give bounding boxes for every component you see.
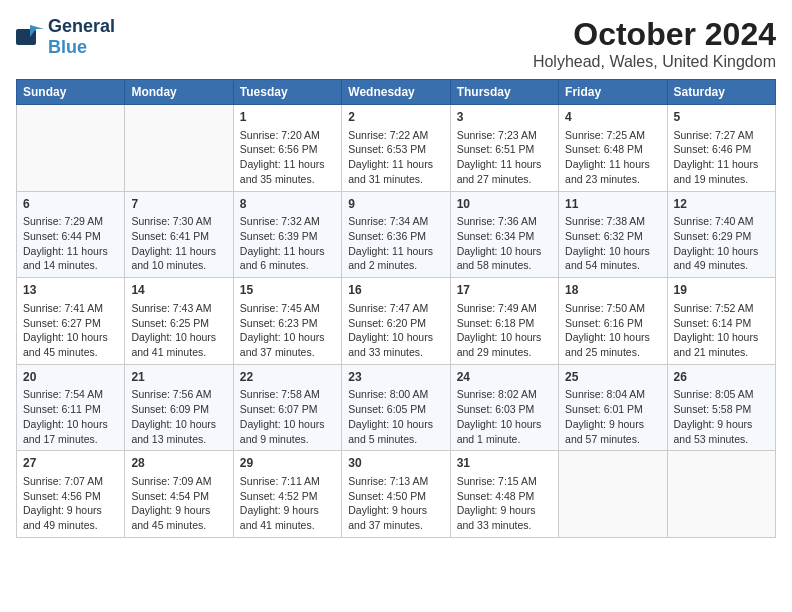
weekday-header: Sunday bbox=[17, 80, 125, 105]
day-info: Sunset: 6:01 PM bbox=[565, 402, 660, 417]
day-info: Sunrise: 7:23 AM bbox=[457, 128, 552, 143]
day-info: Daylight: 10 hours and 9 minutes. bbox=[240, 417, 335, 446]
day-info: Daylight: 10 hours and 41 minutes. bbox=[131, 330, 226, 359]
weekday-header: Tuesday bbox=[233, 80, 341, 105]
day-info: Daylight: 10 hours and 17 minutes. bbox=[23, 417, 118, 446]
day-info: Sunset: 6:46 PM bbox=[674, 142, 769, 157]
day-info: Daylight: 11 hours and 2 minutes. bbox=[348, 244, 443, 273]
day-info: Sunset: 6:03 PM bbox=[457, 402, 552, 417]
day-number: 14 bbox=[131, 282, 226, 299]
day-info: Sunrise: 8:04 AM bbox=[565, 387, 660, 402]
day-info: Sunset: 6:14 PM bbox=[674, 316, 769, 331]
day-number: 16 bbox=[348, 282, 443, 299]
day-info: Sunrise: 7:56 AM bbox=[131, 387, 226, 402]
day-info: Daylight: 9 hours and 33 minutes. bbox=[457, 503, 552, 532]
location-title: Holyhead, Wales, United Kingdom bbox=[533, 53, 776, 71]
day-info: Sunset: 6:39 PM bbox=[240, 229, 335, 244]
day-number: 11 bbox=[565, 196, 660, 213]
day-info: Daylight: 9 hours and 41 minutes. bbox=[240, 503, 335, 532]
day-number: 26 bbox=[674, 369, 769, 386]
day-number: 23 bbox=[348, 369, 443, 386]
day-info: Sunrise: 7:11 AM bbox=[240, 474, 335, 489]
day-info: Daylight: 11 hours and 14 minutes. bbox=[23, 244, 118, 273]
day-info: Sunrise: 7:30 AM bbox=[131, 214, 226, 229]
calendar-cell: 4Sunrise: 7:25 AMSunset: 6:48 PMDaylight… bbox=[559, 105, 667, 192]
day-info: Sunrise: 7:36 AM bbox=[457, 214, 552, 229]
calendar-week-row: 6Sunrise: 7:29 AMSunset: 6:44 PMDaylight… bbox=[17, 191, 776, 278]
day-info: Sunrise: 7:34 AM bbox=[348, 214, 443, 229]
day-info: Daylight: 11 hours and 31 minutes. bbox=[348, 157, 443, 186]
day-info: Sunrise: 7:43 AM bbox=[131, 301, 226, 316]
day-number: 19 bbox=[674, 282, 769, 299]
day-info: Sunset: 4:48 PM bbox=[457, 489, 552, 504]
day-info: Daylight: 10 hours and 33 minutes. bbox=[348, 330, 443, 359]
day-info: Daylight: 11 hours and 23 minutes. bbox=[565, 157, 660, 186]
day-info: Sunset: 6:53 PM bbox=[348, 142, 443, 157]
day-number: 18 bbox=[565, 282, 660, 299]
day-info: Sunset: 6:32 PM bbox=[565, 229, 660, 244]
day-info: Sunset: 4:52 PM bbox=[240, 489, 335, 504]
day-info: Sunrise: 7:54 AM bbox=[23, 387, 118, 402]
calendar-cell: 8Sunrise: 7:32 AMSunset: 6:39 PMDaylight… bbox=[233, 191, 341, 278]
day-number: 9 bbox=[348, 196, 443, 213]
logo-general: General bbox=[48, 16, 115, 37]
day-number: 15 bbox=[240, 282, 335, 299]
day-info: Sunset: 6:48 PM bbox=[565, 142, 660, 157]
weekday-header: Monday bbox=[125, 80, 233, 105]
calendar-cell: 5Sunrise: 7:27 AMSunset: 6:46 PMDaylight… bbox=[667, 105, 775, 192]
day-info: Sunrise: 8:00 AM bbox=[348, 387, 443, 402]
day-info: Daylight: 10 hours and 29 minutes. bbox=[457, 330, 552, 359]
day-info: Sunset: 6:36 PM bbox=[348, 229, 443, 244]
day-info: Daylight: 10 hours and 5 minutes. bbox=[348, 417, 443, 446]
calendar-body: 1Sunrise: 7:20 AMSunset: 6:56 PMDaylight… bbox=[17, 105, 776, 538]
day-info: Sunrise: 7:25 AM bbox=[565, 128, 660, 143]
calendar-cell: 9Sunrise: 7:34 AMSunset: 6:36 PMDaylight… bbox=[342, 191, 450, 278]
day-info: Daylight: 10 hours and 45 minutes. bbox=[23, 330, 118, 359]
calendar-cell: 27Sunrise: 7:07 AMSunset: 4:56 PMDayligh… bbox=[17, 451, 125, 538]
logo: General Blue bbox=[16, 16, 115, 58]
calendar-header: SundayMondayTuesdayWednesdayThursdayFrid… bbox=[17, 80, 776, 105]
day-info: Daylight: 9 hours and 53 minutes. bbox=[674, 417, 769, 446]
calendar-cell bbox=[125, 105, 233, 192]
day-info: Sunrise: 7:50 AM bbox=[565, 301, 660, 316]
day-info: Daylight: 9 hours and 57 minutes. bbox=[565, 417, 660, 446]
calendar-cell: 18Sunrise: 7:50 AMSunset: 6:16 PMDayligh… bbox=[559, 278, 667, 365]
day-info: Sunrise: 7:27 AM bbox=[674, 128, 769, 143]
day-info: Daylight: 10 hours and 37 minutes. bbox=[240, 330, 335, 359]
day-info: Sunset: 6:25 PM bbox=[131, 316, 226, 331]
day-number: 6 bbox=[23, 196, 118, 213]
day-info: Daylight: 10 hours and 25 minutes. bbox=[565, 330, 660, 359]
day-info: Sunrise: 8:02 AM bbox=[457, 387, 552, 402]
day-info: Sunset: 6:56 PM bbox=[240, 142, 335, 157]
day-info: Daylight: 10 hours and 49 minutes. bbox=[674, 244, 769, 273]
calendar-cell: 21Sunrise: 7:56 AMSunset: 6:09 PMDayligh… bbox=[125, 364, 233, 451]
month-title: October 2024 bbox=[533, 16, 776, 53]
day-info: Sunrise: 7:15 AM bbox=[457, 474, 552, 489]
day-info: Sunset: 6:11 PM bbox=[23, 402, 118, 417]
day-info: Sunset: 6:20 PM bbox=[348, 316, 443, 331]
day-info: Daylight: 10 hours and 21 minutes. bbox=[674, 330, 769, 359]
day-number: 10 bbox=[457, 196, 552, 213]
calendar-cell: 22Sunrise: 7:58 AMSunset: 6:07 PMDayligh… bbox=[233, 364, 341, 451]
day-number: 3 bbox=[457, 109, 552, 126]
calendar-cell: 29Sunrise: 7:11 AMSunset: 4:52 PMDayligh… bbox=[233, 451, 341, 538]
day-number: 28 bbox=[131, 455, 226, 472]
calendar-cell: 30Sunrise: 7:13 AMSunset: 4:50 PMDayligh… bbox=[342, 451, 450, 538]
calendar-cell: 14Sunrise: 7:43 AMSunset: 6:25 PMDayligh… bbox=[125, 278, 233, 365]
calendar-cell: 3Sunrise: 7:23 AMSunset: 6:51 PMDaylight… bbox=[450, 105, 558, 192]
day-number: 1 bbox=[240, 109, 335, 126]
day-number: 17 bbox=[457, 282, 552, 299]
day-info: Sunset: 6:51 PM bbox=[457, 142, 552, 157]
day-info: Sunrise: 7:13 AM bbox=[348, 474, 443, 489]
calendar-week-row: 20Sunrise: 7:54 AMSunset: 6:11 PMDayligh… bbox=[17, 364, 776, 451]
day-number: 12 bbox=[674, 196, 769, 213]
title-area: October 2024 Holyhead, Wales, United Kin… bbox=[533, 16, 776, 71]
weekday-header: Friday bbox=[559, 80, 667, 105]
calendar-cell bbox=[17, 105, 125, 192]
day-info: Sunrise: 7:47 AM bbox=[348, 301, 443, 316]
calendar-cell: 6Sunrise: 7:29 AMSunset: 6:44 PMDaylight… bbox=[17, 191, 125, 278]
day-number: 13 bbox=[23, 282, 118, 299]
calendar-cell: 11Sunrise: 7:38 AMSunset: 6:32 PMDayligh… bbox=[559, 191, 667, 278]
day-info: Daylight: 10 hours and 13 minutes. bbox=[131, 417, 226, 446]
day-info: Sunset: 6:09 PM bbox=[131, 402, 226, 417]
